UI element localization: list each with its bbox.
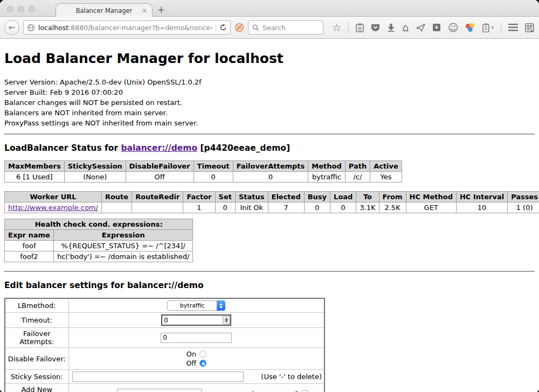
cell-status: Init Ok <box>235 202 268 213</box>
health-check-table: Health check cond. expressions: Expr nam… <box>4 219 193 262</box>
search-placeholder: Search <box>262 24 286 32</box>
reload-icon[interactable] <box>219 24 227 31</box>
zoom-window-button[interactable] <box>29 6 35 12</box>
loadbalancer-status-heading: LoadBalancer Status for balancer://demo … <box>4 143 535 153</box>
form-row-failover-attempts: Failover Attempts: <box>5 328 324 348</box>
col-maxmembers: MaxMembers <box>5 161 65 172</box>
col-route: Route <box>101 192 132 202</box>
failover-attempts-label: Failover Attempts: <box>5 328 68 348</box>
color-dots-icon[interactable] <box>466 23 475 32</box>
grid-extension-icon[interactable] <box>525 23 534 32</box>
cell-passes: 1 (0) <box>508 202 539 213</box>
radio-on[interactable] <box>199 351 206 358</box>
table-row: foof %{REQUEST_STATUS} =~ /^[234]/ <box>5 241 193 251</box>
browser-window: Balancer Manager × + ← localhost:8880/ba… <box>0 0 539 392</box>
globe-icon <box>27 24 35 32</box>
cell-busy: 0 <box>304 202 330 213</box>
number-spinner-icon[interactable] <box>223 316 230 324</box>
download-box-icon[interactable] <box>432 23 441 32</box>
col-expression: Expression <box>53 230 193 241</box>
minimize-window-button[interactable] <box>18 6 24 12</box>
url-bar[interactable]: localhost:8880/balancer-manager?b=demo&n… <box>23 20 231 34</box>
cell-expr-name: foof <box>5 241 54 251</box>
sticky-session-note: (Use '-' to delete) <box>261 373 322 381</box>
disable-failover-label: Disable Failover: <box>5 348 68 370</box>
tab-title: Balancer Manager <box>76 7 133 15</box>
worker-table: Worker URL Route RouteRedir Factor Set S… <box>4 191 539 213</box>
new-tab-button[interactable]: + <box>157 4 165 15</box>
col-busy: Busy <box>304 192 330 202</box>
col-elected: Elected <box>268 192 304 202</box>
home-icon[interactable]: ⌂ <box>402 22 409 33</box>
sticky-session-input[interactable] <box>72 372 244 382</box>
form-row-add-worker: Add New Worker: Are you sure? <box>5 384 324 392</box>
balancer-demo-link[interactable]: balancer://demo <box>121 143 197 153</box>
col-stickysession: StickySession <box>64 161 126 172</box>
failover-attempts-input[interactable] <box>161 333 232 343</box>
form-row-sticky-session: Sticky Session: (Use '-' to delete) <box>5 370 324 384</box>
cell-route <box>101 202 132 213</box>
cell-set: 0 <box>215 202 235 213</box>
col-disablefailover: DisableFailover <box>126 161 194 172</box>
server-version-line: Server Version: Apache/2.5.0-dev (Unix) … <box>4 77 535 87</box>
col-hc-method: HC Method <box>406 192 456 202</box>
cell-hc-interval: 10 <box>456 202 507 213</box>
tab-balancer-manager[interactable]: Balancer Manager × <box>56 3 153 17</box>
search-bar[interactable]: Search <box>248 20 323 34</box>
worker-url-link[interactable]: http://www.example.com/ <box>8 204 98 212</box>
tab-bar: Balancer Manager × + <box>0 0 539 17</box>
radio-on-label: On <box>186 350 196 358</box>
timeout-input[interactable] <box>161 314 231 326</box>
col-failoverattempts: FailoverAttempts <box>233 161 308 172</box>
pocket-icon[interactable] <box>371 23 380 32</box>
adblock-icon[interactable] <box>234 23 244 32</box>
cell-timeout: 0 <box>194 172 233 183</box>
bookmark-star-icon[interactable]: ☆ <box>332 23 341 33</box>
clipboard-icon[interactable] <box>356 23 364 32</box>
cell-disablefailover: Off <box>126 172 194 183</box>
traffic-lights[interactable] <box>7 6 35 12</box>
url-path: :8880/balancer-manager?b=demo&nonce=decc… <box>68 24 212 32</box>
table-header-row: Health check cond. expressions: <box>5 219 193 230</box>
server-built-line: Server Built: Feb 9 2016 07:00:20 <box>4 87 535 97</box>
battery-extension-icon[interactable]: ▾ <box>482 23 494 32</box>
cell-path: /c/ <box>345 172 370 183</box>
col-set: Set <box>215 192 235 202</box>
back-button[interactable]: ← <box>4 20 19 35</box>
radio-off-label: Off <box>186 359 196 367</box>
col-factor: Factor <box>183 192 215 202</box>
select-stepper-icon <box>217 300 225 311</box>
lbmethod-select[interactable]: bytraffic <box>167 300 225 311</box>
close-window-button[interactable] <box>7 6 13 12</box>
divider <box>4 271 535 272</box>
health-check-title: Health check cond. expressions: <box>5 219 193 230</box>
send-plane-icon[interactable] <box>416 24 425 32</box>
table-row: foof2 hc('body') =~ /domain is establish… <box>5 251 193 262</box>
col-timeout: Timeout <box>194 161 233 172</box>
smiley-icon[interactable]: ☺ <box>448 23 459 33</box>
radio-off[interactable] <box>199 360 206 367</box>
cell-expression: hc('body') =~ /domain is established/ <box>53 251 193 262</box>
inherit-note-line: Balancers are NOT inherited from main se… <box>4 108 535 118</box>
col-active: Active <box>370 161 402 172</box>
col-hc-interval: HC Interval <box>456 192 507 202</box>
col-status: Status <box>235 192 268 202</box>
menu-hamburger-icon[interactable] <box>508 24 518 31</box>
divider <box>4 134 535 135</box>
col-load: Load <box>330 192 356 202</box>
tab-close-icon[interactable]: × <box>142 7 147 15</box>
table-header-row: MaxMembers StickySession DisableFailover… <box>5 161 402 172</box>
table-header-row: Worker URL Route RouteRedir Factor Set S… <box>5 192 539 202</box>
url-text[interactable]: localhost:8880/balancer-manager?b=demo&n… <box>38 24 212 32</box>
downloads-icon[interactable] <box>387 23 395 32</box>
table-row: 6 [1 Used] (None) Off 0 0 bytraffic /c/ … <box>5 172 402 183</box>
edit-balancer-heading: Edit balancer settings for balancer://de… <box>4 281 535 290</box>
back-arrow-icon: ← <box>9 23 16 32</box>
table-header-row: Expr name Expression <box>5 230 193 241</box>
chevron-down-icon[interactable]: ▾ <box>492 25 494 30</box>
add-worker-input[interactable] <box>117 389 202 392</box>
cell-failoverattempts: 0 <box>233 172 308 183</box>
cell-to: 3.1K <box>356 202 379 213</box>
col-path: Path <box>345 161 370 172</box>
cell-factor: 1 <box>183 202 215 213</box>
